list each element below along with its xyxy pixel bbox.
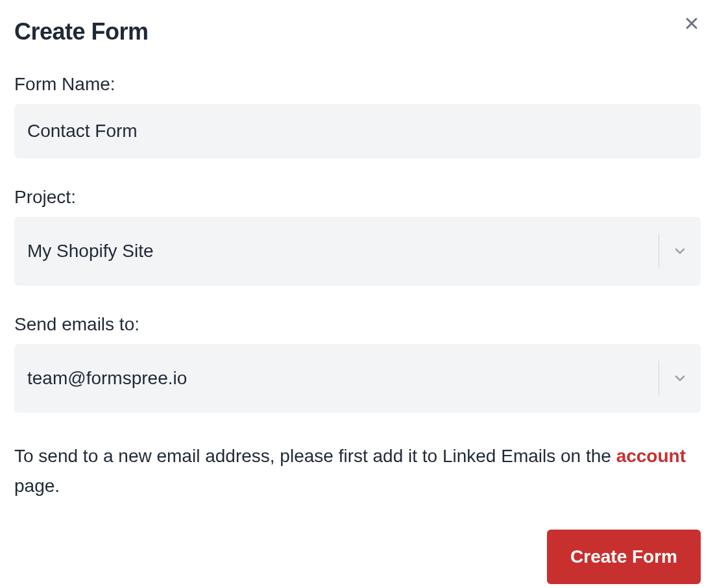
project-group: Project: My Shopify Site	[14, 187, 701, 286]
send-emails-label: Send emails to:	[14, 314, 701, 335]
create-form-button[interactable]: Create Form	[547, 530, 701, 584]
send-emails-group: Send emails to: team@formspree.io	[14, 314, 701, 413]
helper-text: To send to a new email address, please f…	[14, 441, 701, 501]
project-label: Project:	[14, 187, 701, 208]
project-select-value: My Shopify Site	[27, 241, 646, 262]
select-divider	[659, 234, 659, 269]
helper-suffix: page.	[14, 476, 60, 496]
send-emails-select-value: team@formspree.io	[27, 368, 646, 389]
chevron-down-icon	[672, 371, 688, 386]
send-emails-select[interactable]: team@formspree.io	[14, 344, 701, 413]
project-select[interactable]: My Shopify Site	[14, 217, 701, 286]
form-name-label: Form Name:	[14, 74, 701, 95]
account-link[interactable]: account	[616, 446, 686, 466]
modal-title: Create Form	[14, 18, 701, 45]
close-icon	[683, 14, 701, 32]
helper-prefix: To send to a new email address, please f…	[14, 446, 616, 466]
create-form-modal: Create Form Form Name: Project: My Shopi…	[0, 0, 715, 588]
modal-footer: Create Form	[14, 530, 701, 584]
chevron-down-icon	[672, 243, 688, 259]
select-divider	[659, 361, 659, 396]
form-name-group: Form Name:	[14, 74, 701, 158]
form-name-input[interactable]	[14, 104, 701, 158]
close-button[interactable]	[680, 12, 703, 35]
